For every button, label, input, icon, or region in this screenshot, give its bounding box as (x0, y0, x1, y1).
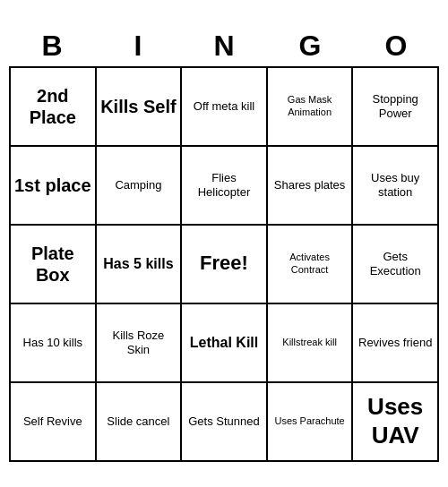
bingo-cell-9: Uses buy station (353, 147, 439, 226)
bingo-cell-16: Kills Roze Skin (97, 304, 183, 383)
header-letter: B (9, 26, 95, 66)
cell-text-22: Gets Stunned (188, 414, 260, 429)
header-letter: G (267, 26, 353, 66)
bingo-cell-14: Gets Execution (353, 226, 439, 304)
cell-text-19: Revives friend (358, 336, 432, 350)
cell-text-11: Has 5 kills (103, 255, 173, 272)
bingo-grid: 2nd PlaceKills SelfOff meta killGas Mask… (9, 66, 439, 462)
bingo-cell-23: Uses Parachute (268, 383, 354, 462)
bingo-cell-24: Uses UAV (353, 383, 439, 462)
cell-text-3: Gas Mask Animation (271, 94, 349, 117)
cell-text-8: Shares plates (274, 178, 346, 192)
bingo-cell-12: Free! (182, 226, 268, 304)
bingo-cell-0: 2nd Place (11, 68, 97, 147)
cell-text-14: Gets Execution (357, 250, 434, 278)
bingo-cell-17: Lethal Kill (182, 304, 268, 383)
header-letter: O (353, 26, 439, 66)
bingo-cell-4: Stopping Power (353, 68, 439, 147)
bingo-header: BINGO (9, 26, 439, 66)
cell-text-13: Activates Contract (271, 252, 349, 275)
bingo-cell-15: Has 10 kills (11, 304, 97, 383)
cell-text-4: Stopping Power (357, 92, 434, 120)
bingo-cell-13: Activates Contract (268, 226, 354, 304)
cell-text-20: Self Revive (23, 414, 82, 429)
bingo-cell-10: Plate Box (11, 226, 97, 304)
cell-text-21: Slide cancel (107, 414, 169, 429)
bingo-cell-11: Has 5 kills (97, 226, 183, 304)
cell-text-17: Lethal Kill (190, 334, 258, 351)
cell-text-6: Camping (115, 178, 161, 192)
cell-text-18: Killstreak kill (282, 337, 337, 348)
bingo-cell-7: Flies Helicopter (182, 147, 268, 226)
bingo-cell-8: Shares plates (268, 147, 354, 226)
bingo-cell-20: Self Revive (11, 383, 97, 462)
cell-text-15: Has 10 kills (23, 336, 82, 350)
cell-text-5: 1st place (14, 175, 91, 196)
cell-text-10: Plate Box (14, 243, 91, 286)
bingo-cell-1: Kills Self (97, 68, 183, 147)
cell-text-2: Off meta kill (194, 99, 254, 114)
cell-text-0: 2nd Place (14, 85, 91, 128)
header-letter: I (95, 26, 181, 66)
cell-text-12: Free! (200, 252, 248, 275)
header-letter: N (181, 26, 267, 66)
bingo-cell-19: Revives friend (353, 304, 439, 383)
cell-text-7: Flies Helicopter (185, 171, 263, 199)
cell-text-24: Uses UAV (357, 393, 434, 449)
bingo-card: BINGO 2nd PlaceKills SelfOff meta killGa… (9, 26, 439, 462)
cell-text-1: Kills Self (100, 96, 176, 117)
cell-text-23: Uses Parachute (274, 415, 344, 427)
bingo-cell-18: Killstreak kill (268, 304, 354, 383)
bingo-cell-5: 1st place (11, 147, 97, 226)
bingo-cell-2: Off meta kill (182, 68, 268, 147)
cell-text-9: Uses buy station (357, 171, 434, 199)
bingo-cell-6: Camping (97, 147, 183, 226)
cell-text-16: Kills Roze Skin (100, 329, 177, 356)
bingo-cell-21: Slide cancel (97, 383, 183, 462)
bingo-cell-3: Gas Mask Animation (268, 68, 354, 147)
bingo-cell-22: Gets Stunned (182, 383, 268, 462)
